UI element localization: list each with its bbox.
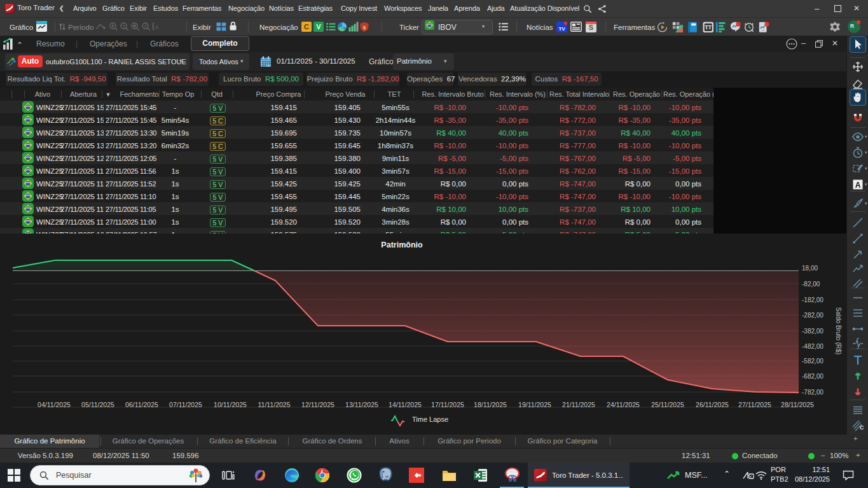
svg-text:-682,00: -682,00 xyxy=(802,373,823,380)
svg-text:Time Lapse: Time Lapse xyxy=(412,415,448,423)
svg-text:-482,00: -482,00 xyxy=(802,343,823,350)
svg-text:A: A xyxy=(155,24,159,31)
svg-text:07/11/2025: 07/11/2025 xyxy=(169,401,202,408)
svg-text:25/11/2025: 25/11/2025 xyxy=(651,401,684,408)
svg-text:04/11/2025: 04/11/2025 xyxy=(38,401,71,408)
svg-text:-282,00: -282,00 xyxy=(802,312,823,319)
svg-text:-582,00: -582,00 xyxy=(802,358,823,365)
svg-text:05/11/2025: 05/11/2025 xyxy=(81,401,114,408)
svg-text:10/11/2025: 10/11/2025 xyxy=(214,401,247,408)
svg-text:Saldo Bruto (R$): Saldo Bruto (R$) xyxy=(835,307,842,354)
svg-text:24/11/2025: 24/11/2025 xyxy=(607,401,640,408)
svg-text:14/11/2025: 14/11/2025 xyxy=(389,401,422,408)
svg-text:28/11/2025: 28/11/2025 xyxy=(781,401,814,408)
svg-text:11/11/2025: 11/11/2025 xyxy=(258,401,291,408)
svg-text:A: A xyxy=(855,181,861,190)
svg-text:-182,00: -182,00 xyxy=(802,296,823,303)
svg-text:-382,00: -382,00 xyxy=(802,328,823,335)
svg-text:Patrimônio: Patrimônio xyxy=(381,241,423,249)
svg-text:21/11/2025: 21/11/2025 xyxy=(562,401,595,408)
svg-text:27/11/2025: 27/11/2025 xyxy=(738,401,771,408)
svg-text:$: $ xyxy=(363,25,366,31)
svg-text:-82,00: -82,00 xyxy=(802,281,820,288)
svg-text:18/11/2025: 18/11/2025 xyxy=(474,401,507,408)
svg-text:-782,00: -782,00 xyxy=(802,389,823,396)
svg-text:12/11/2025: 12/11/2025 xyxy=(301,401,334,408)
svg-text:26/11/2025: 26/11/2025 xyxy=(696,401,729,408)
svg-text:13/11/2025: 13/11/2025 xyxy=(345,401,378,408)
svg-text:06/11/2025: 06/11/2025 xyxy=(125,401,158,408)
svg-text:18,00: 18,00 xyxy=(802,265,818,272)
svg-text:TT: TT xyxy=(705,24,712,31)
svg-text:19/11/2025: 19/11/2025 xyxy=(518,401,551,408)
svg-text:17/11/2025: 17/11/2025 xyxy=(431,401,464,408)
svg-text:C: C xyxy=(860,424,864,431)
